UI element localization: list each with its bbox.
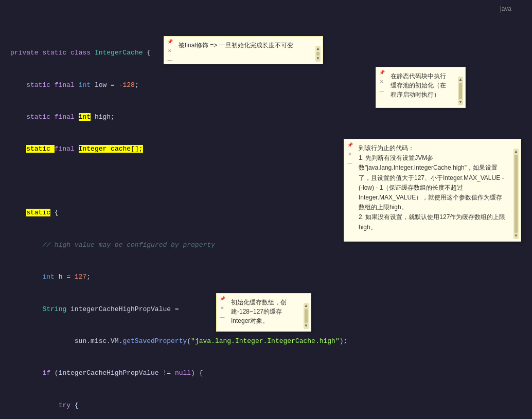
pin-icon-3[interactable]: 📌 [346, 141, 353, 149]
sticky-icons-4: 📌 ✕ — [219, 296, 226, 321]
sticky-note-2: 📌 ✕ — 在静态代码块中执行缓存池的初始化（在程序启动时执行） ▲ ▼ [376, 67, 466, 108]
minus-icon-2[interactable]: — [378, 88, 385, 95]
minus-icon-4[interactable]: — [219, 314, 226, 321]
sticky-note-3: 📌 ✕ — 到该行为止的代码： 1. 先判断有没有设置JVM参数"java.la… [344, 139, 521, 242]
sticky-text-4: 初始化缓存数组，创建-128~127的缓存Integer对象。 [231, 298, 296, 325]
sticky-icons-2: 📌 ✕ — [378, 69, 385, 95]
java-label: java [500, 4, 511, 14]
scroll-dn-2[interactable]: ▼ [458, 100, 463, 104]
scroll-dn-3[interactable]: ▼ [514, 234, 518, 238]
scroll-up-1[interactable]: ▲ [316, 47, 320, 51]
scroll-mid-3 [515, 155, 518, 233]
sticky-scrollbar-1[interactable]: ▲ ▼ [315, 46, 321, 62]
sticky-note-4: 📌 ✕ — 初始化缓存数组，创建-128~127的缓存Integer对象。 ▲ … [216, 293, 311, 332]
sticky-text-3: 到该行为止的代码： 1. 先判断有没有设置JVM参数"java.lang.Int… [359, 143, 506, 232]
scroll-up-3[interactable]: ▲ [514, 150, 518, 154]
scroll-dn-4[interactable]: ▼ [304, 324, 308, 328]
scroll-mid-4 [305, 309, 308, 323]
sticky-note-1: 📌 ✕ — 被final修饰 => 一旦初始化完成长度不可变 ▲ ▼ [164, 36, 323, 64]
code-line-11: if (integerCacheHighPropValue != null) { [10, 368, 522, 379]
close-icon-4[interactable]: ✕ [219, 305, 226, 312]
scroll-mid-2 [459, 83, 462, 99]
pin-icon-1[interactable]: 📌 [166, 39, 173, 46]
minus-icon-1[interactable]: — [166, 57, 173, 64]
minus-icon-3[interactable]: — [346, 160, 353, 167]
code-line-8: int h = 127; [10, 272, 522, 283]
sticky-text-2: 在静态代码块中执行缓存池的初始化（在程序启动时执行） [391, 71, 451, 99]
scroll-mid-1 [316, 52, 320, 56]
sticky-scrollbar-2[interactable]: ▲ ▼ [458, 77, 463, 105]
sticky-scrollbar-4[interactable]: ▲ ▼ [304, 303, 309, 329]
code-line-10: sun.misc.VM.getSavedProperty("java.lang.… [10, 336, 522, 347]
code-line-3: static final int high; [10, 112, 522, 123]
close-icon-3[interactable]: ✕ [346, 151, 353, 158]
pin-icon-2[interactable]: 📌 [378, 69, 385, 77]
sticky-scrollbar-3[interactable]: ▲ ▼ [513, 149, 519, 239]
close-icon-2[interactable]: ✕ [378, 79, 385, 86]
scroll-dn-1[interactable]: ▼ [316, 57, 320, 61]
scroll-up-2[interactable]: ▲ [458, 78, 463, 82]
pin-icon-4[interactable]: 📌 [219, 296, 226, 303]
close-icon-1[interactable]: ✕ [166, 48, 173, 55]
sticky-icons-3: 📌 ✕ — [346, 141, 353, 167]
sticky-icons-1: 📌 ✕ — [166, 39, 173, 64]
scroll-up-4[interactable]: ▲ [304, 304, 308, 308]
code-line-12: try { [10, 400, 522, 411]
sticky-text-1: 被final修饰 => 一旦初始化完成长度不可变 [179, 41, 307, 50]
